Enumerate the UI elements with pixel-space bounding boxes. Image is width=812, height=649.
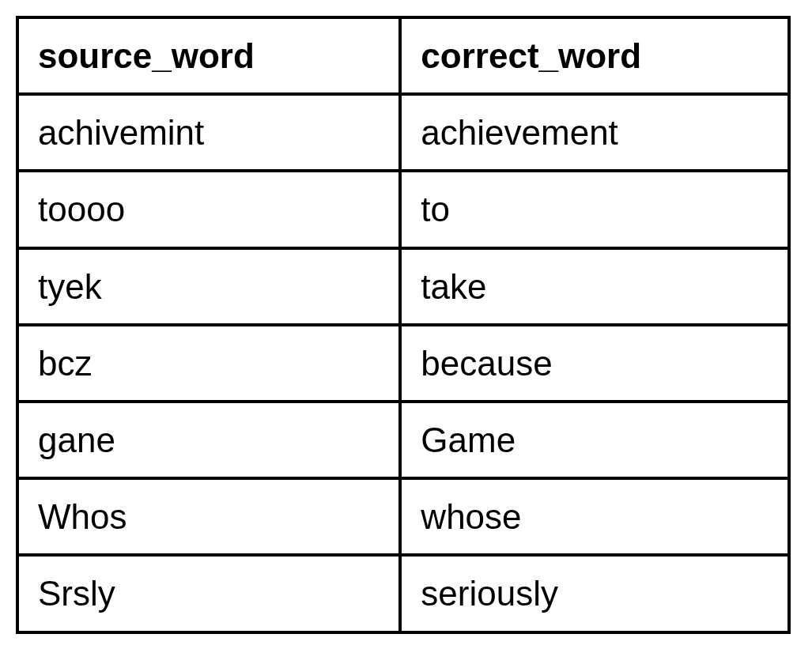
table-row: tyek take [17, 248, 789, 325]
cell-correct-word: because [400, 325, 789, 402]
cell-correct-word: to [400, 171, 789, 247]
cell-correct-word: achievement [400, 94, 789, 171]
cell-source-word: tyek [17, 248, 400, 325]
cell-source-word: Srsly [17, 555, 400, 632]
table-row: bcz because [17, 325, 789, 402]
cell-source-word: achivemint [17, 94, 400, 171]
table-row: Srsly seriously [17, 555, 789, 632]
cell-source-word: gane [17, 402, 400, 478]
cell-source-word: toooo [17, 171, 400, 247]
table-row: Whos whose [17, 478, 789, 555]
table-row: toooo to [17, 171, 789, 247]
cell-correct-word: take [400, 248, 789, 325]
cell-source-word: Whos [17, 478, 400, 555]
word-correction-table: source_word correct_word achivemint achi… [16, 16, 791, 634]
cell-correct-word: whose [400, 478, 789, 555]
header-correct-word: correct_word [400, 17, 789, 94]
header-source-word: source_word [17, 17, 400, 94]
cell-source-word: bcz [17, 325, 400, 402]
cell-correct-word: Game [400, 402, 789, 478]
table-row: achivemint achievement [17, 94, 789, 171]
cell-correct-word: seriously [400, 555, 789, 632]
table-row: gane Game [17, 402, 789, 478]
table-header-row: source_word correct_word [17, 17, 789, 94]
